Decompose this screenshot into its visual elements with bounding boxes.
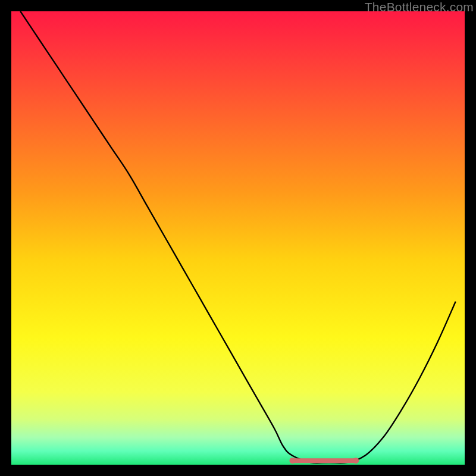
watermark-text: TheBottleneck.com xyxy=(365,0,474,14)
chart-frame xyxy=(11,11,465,465)
gradient-background xyxy=(11,11,465,465)
plateau-endpoint-left xyxy=(289,458,295,464)
plateau-endpoint-right xyxy=(353,458,359,464)
bottleneck-chart xyxy=(11,11,465,465)
